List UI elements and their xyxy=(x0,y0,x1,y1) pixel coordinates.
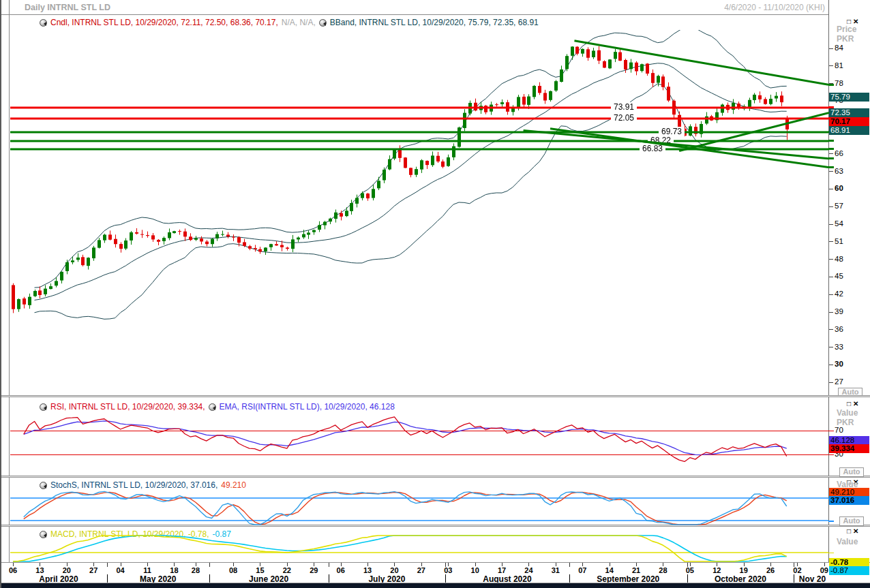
price-tick-label: 45 xyxy=(835,272,843,280)
price-tick-label: 66 xyxy=(835,149,843,157)
collapse-plot-icon[interactable] xyxy=(40,19,47,27)
collapse-plot-icon[interactable] xyxy=(40,403,47,411)
price-tick-mark xyxy=(829,365,833,365)
macd-plot[interactable] xyxy=(10,534,828,562)
macd-panel-window-buttons: □✕ xyxy=(847,527,860,535)
price-tick-label: 42 xyxy=(835,290,843,298)
panel-separator[interactable] xyxy=(1,476,870,478)
day-tick-label: 13 xyxy=(31,566,48,574)
day-tick-label: 18 xyxy=(166,566,182,574)
axis-line-marker xyxy=(828,140,834,142)
price-tick-mark xyxy=(829,241,833,242)
price-tick-label: 33 xyxy=(835,343,843,351)
day-tick-label: 27 xyxy=(413,566,430,574)
day-tick-label: 27 xyxy=(85,566,102,574)
price-tick-label: 84 xyxy=(835,44,843,52)
price-tick-mark xyxy=(829,347,833,347)
day-tick-label: 08 xyxy=(225,566,241,574)
month-boundary-tick xyxy=(107,563,108,567)
close-icon[interactable]: ✕ xyxy=(853,527,860,535)
month-boundary-tick xyxy=(687,563,688,567)
rsi-ema-legend-text: EMA, RSI(INTRNL STL LD), 10/29/2020, 46.… xyxy=(220,402,395,412)
price-tick-label: 48 xyxy=(835,255,843,263)
day-tick-label: 29 xyxy=(305,566,322,574)
maximize-icon[interactable]: □ xyxy=(847,527,853,535)
price-tick-mark xyxy=(829,312,833,313)
axis-stoch-level-marker xyxy=(828,521,834,522)
price-tick-mark xyxy=(829,277,833,277)
day-tick-label: 06 xyxy=(5,566,21,574)
price-tick-label: 57 xyxy=(835,202,843,210)
price-tick-mark xyxy=(829,189,833,189)
day-tick-label: 06 xyxy=(333,566,349,574)
day-tick-label: 20 xyxy=(59,566,75,574)
day-tick-label: 21 xyxy=(628,566,644,574)
stoch-axis-auto-button[interactable]: Auto xyxy=(839,516,864,526)
na-legend-text: N/A, N/A, xyxy=(282,18,316,27)
day-tick-label: 26 xyxy=(762,566,779,574)
price-tick-mark xyxy=(829,153,833,154)
price-tick-label: 60 xyxy=(835,184,843,192)
price-tick-mark xyxy=(829,171,833,172)
month-boundary-tick xyxy=(569,563,570,567)
chart-title: Daily INTRNL STL LD xyxy=(25,3,110,12)
day-tick-label: 04 xyxy=(112,566,129,574)
day-tick-label: 31 xyxy=(548,566,564,574)
collapse-plot-icon[interactable] xyxy=(209,403,216,411)
rsi-plot[interactable] xyxy=(10,413,828,474)
stoch-value-flag: 37.016 xyxy=(829,496,869,505)
price-panel-legend: Cndl, INTRNL STL LD, 10/29/2020, 72.11, … xyxy=(40,18,539,27)
axis-trendline-marker xyxy=(828,157,834,159)
price-tick-label: 81 xyxy=(835,61,843,69)
month-separator xyxy=(569,574,570,583)
axis-trendline-marker xyxy=(828,84,834,86)
price-value-flag: 72.35 xyxy=(829,108,869,117)
stoch-plot[interactable] xyxy=(10,484,828,525)
price-tick-mark xyxy=(829,224,833,225)
axis-rsi-level-marker xyxy=(828,454,834,455)
rsi-legend-text: RSI, INTRNL STL LD, 10/29/2020, 39.334, xyxy=(50,402,205,412)
axis-macd-zero-marker xyxy=(828,553,834,553)
panel-separator[interactable] xyxy=(1,395,870,397)
day-tick-label: 13 xyxy=(359,566,376,574)
price-tick-label: 27 xyxy=(835,377,843,386)
rsi-panel-window-buttons: □✕ xyxy=(847,400,860,407)
collapse-plot-icon[interactable] xyxy=(319,19,327,27)
day-tick-label: 24 xyxy=(520,566,537,574)
month-boundary-tick xyxy=(209,563,210,567)
titlebar-divider xyxy=(1,14,828,15)
macd-axis-title: Value xyxy=(837,537,858,546)
rsi-tick-label: 70 xyxy=(835,426,843,434)
price-tick-label: 30 xyxy=(835,360,843,368)
window-bottom-bar xyxy=(1,583,870,588)
maximize-icon[interactable]: □ xyxy=(847,400,853,407)
month-boundary-tick xyxy=(445,563,446,567)
day-tick-label: 03 xyxy=(440,566,456,574)
price-tick-mark xyxy=(829,259,833,260)
price-axis-unit: PKR xyxy=(837,34,854,44)
rsi-axis-auto-button[interactable]: Auto xyxy=(839,467,864,477)
rsi-axis-title: Value xyxy=(837,408,858,418)
price-tick-label: 54 xyxy=(835,219,843,228)
month-boundary-tick xyxy=(794,563,794,567)
bband-legend-text: BBand, INTRNL STL LD, 10/29/2020, 75.79,… xyxy=(330,18,539,27)
chart-date-range: 4/6/2020 - 11/10/2020 (KHI) xyxy=(724,3,825,12)
price-tick-mark xyxy=(829,382,833,383)
price-tick-label: 36 xyxy=(835,325,843,333)
price-tick-label: 39 xyxy=(835,307,843,315)
day-tick-label: 17 xyxy=(494,566,510,574)
chart-application-window: Daily INTRNL STL LD 4/6/2020 - 11/10/202… xyxy=(0,0,870,588)
day-tick-label: 10 xyxy=(467,566,483,574)
day-tick-label: 15 xyxy=(252,566,268,574)
day-tick-label: 22 xyxy=(279,566,295,574)
day-tick-label: 12 xyxy=(708,566,725,574)
price-axis-title: Price xyxy=(837,25,856,34)
price-chart-plot[interactable] xyxy=(10,30,828,388)
time-axis[interactable]: 0613202704111828081522290613202703101724… xyxy=(1,563,870,583)
axis-trendline-marker xyxy=(828,166,834,168)
price-value-flag: 70.17 xyxy=(829,117,869,126)
month-separator xyxy=(445,574,446,583)
day-tick-label: 28 xyxy=(188,566,204,574)
price-tick-mark xyxy=(829,329,833,330)
close-icon[interactable]: ✕ xyxy=(853,400,860,407)
